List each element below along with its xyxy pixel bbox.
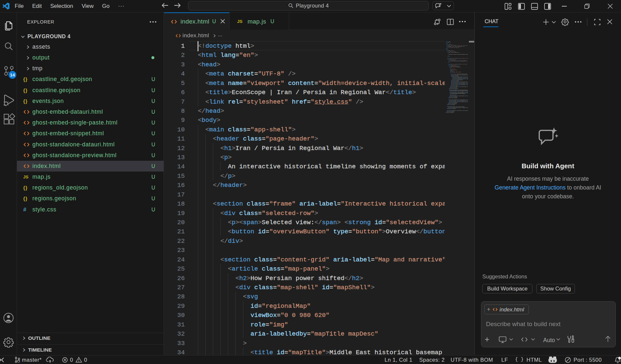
svg-text:✱: ✱ (17, 360, 20, 363)
